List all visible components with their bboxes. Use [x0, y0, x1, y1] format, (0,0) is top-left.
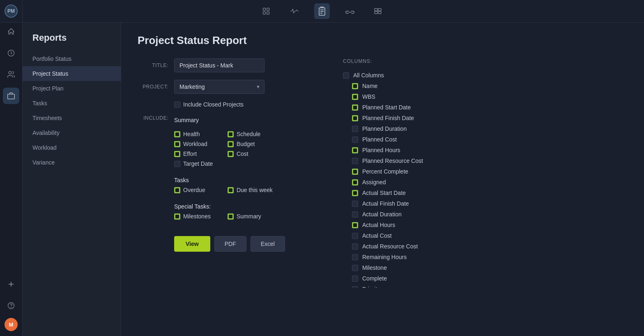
sidebar-item-variance[interactable]: Variance [23, 155, 121, 170]
cb-schedule-box[interactable] [228, 131, 234, 137]
col-planned-cost-box[interactable] [352, 137, 358, 143]
title-input[interactable] [174, 58, 264, 72]
col-complete[interactable]: Complete [343, 273, 481, 284]
col-all-columns-label: All Columns [353, 72, 384, 79]
sidebar-icon-history[interactable] [3, 45, 19, 61]
sidebar-icon-portfolio[interactable] [3, 88, 19, 104]
col-planned-hours[interactable]: Planned Hours [343, 145, 481, 155]
col-wbs-box[interactable] [352, 94, 358, 100]
col-actual-cost-box[interactable] [352, 233, 358, 239]
cb-summary-box[interactable] [228, 213, 234, 220]
columns-scroll[interactable]: All Columns Name WBS Planned Start Date [343, 70, 483, 288]
search-toolbar-button[interactable] [258, 3, 274, 19]
col-wbs[interactable]: WBS [343, 91, 481, 102]
cb-health-box[interactable] [174, 131, 180, 137]
project-label: PROJECT: [138, 84, 168, 90]
sidebar-item-availability[interactable]: Availability [23, 125, 121, 140]
cb-effort-box[interactable] [174, 151, 180, 157]
col-all-columns-box[interactable] [343, 72, 349, 79]
sidebar-item-project-status[interactable]: Project Status [23, 66, 121, 81]
cb-milestones-box[interactable] [174, 213, 180, 220]
sidebar-icon-add[interactable] [3, 276, 19, 292]
col-planned-start-date[interactable]: Planned Start Date [343, 102, 481, 113]
col-actual-duration-box[interactable] [352, 211, 358, 218]
link-toolbar-button[interactable] [342, 3, 358, 19]
col-actual-duration[interactable]: Actual Duration [343, 209, 481, 220]
col-planned-finish-date-box[interactable] [352, 115, 358, 121]
col-all-columns[interactable]: All Columns [343, 70, 481, 81]
cb-health[interactable]: Health [174, 131, 219, 137]
col-name-box[interactable] [352, 83, 358, 89]
col-actual-hours-box[interactable] [352, 222, 358, 228]
svg-rect-9 [375, 9, 377, 11]
col-remaining-hours-box[interactable] [352, 254, 358, 260]
include-closed-checkbox-item[interactable]: Include Closed Projects [174, 101, 244, 108]
cb-overdue-box[interactable] [174, 187, 180, 193]
cb-target-date-box[interactable] [174, 161, 180, 167]
cb-schedule[interactable]: Schedule [228, 131, 273, 137]
pdf-button[interactable]: PDF [214, 236, 246, 252]
col-actual-resource-cost[interactable]: Actual Resource Cost [343, 241, 481, 252]
cb-milestones[interactable]: Milestones [174, 213, 219, 220]
col-actual-start-date-box[interactable] [352, 190, 358, 196]
col-planned-hours-box[interactable] [352, 147, 358, 153]
user-avatar[interactable]: M [5, 318, 18, 331]
sidebar-item-timesheets[interactable]: Timesheets [23, 111, 121, 125]
col-assigned-box[interactable] [352, 179, 358, 185]
layout-toolbar-button[interactable] [370, 3, 386, 19]
col-milestone[interactable]: Milestone [343, 262, 481, 273]
cb-workload-box[interactable] [174, 141, 180, 147]
col-actual-start-date-label: Actual Start Date [362, 190, 406, 196]
sidebar-title: Reports [23, 23, 121, 51]
sidebar-item-portfolio-status[interactable]: Portfolio Status [23, 51, 121, 66]
col-planned-finish-date[interactable]: Planned Finish Date [343, 113, 481, 123]
col-priority[interactable]: Priority [343, 284, 481, 288]
col-planned-hours-label: Planned Hours [362, 147, 400, 153]
col-planned-duration[interactable]: Planned Duration [343, 123, 481, 134]
cb-due-this-week[interactable]: Due this week [228, 187, 273, 193]
cb-budget[interactable]: Budget [228, 141, 273, 147]
col-actual-start-date[interactable]: Actual Start Date [343, 188, 481, 198]
cb-overdue[interactable]: Overdue [174, 187, 219, 193]
col-actual-finish-date[interactable]: Actual Finish Date [343, 198, 481, 209]
col-remaining-hours[interactable]: Remaining Hours [343, 252, 481, 262]
col-planned-cost[interactable]: Planned Cost [343, 134, 481, 145]
project-select[interactable]: Marketing Development Design Sales [174, 80, 264, 94]
col-actual-hours[interactable]: Actual Hours [343, 220, 481, 230]
col-complete-box[interactable] [352, 276, 358, 282]
view-button[interactable]: View [174, 236, 210, 252]
col-planned-duration-box[interactable] [352, 126, 358, 132]
sidebar-item-tasks[interactable]: Tasks [23, 96, 121, 111]
include-closed-checkbox[interactable] [174, 102, 180, 108]
col-priority-box[interactable] [352, 286, 358, 288]
col-milestone-box[interactable] [352, 265, 358, 271]
pulse-toolbar-button[interactable] [286, 3, 302, 19]
sidebar-item-workload[interactable]: Workload [23, 140, 121, 155]
sidebar-icon-people[interactable] [3, 66, 19, 83]
col-planned-resource-cost-box[interactable] [352, 158, 358, 164]
col-actual-resource-cost-box[interactable] [352, 243, 358, 250]
col-percent-complete[interactable]: Percent Complete [343, 166, 481, 177]
cb-cost-box[interactable] [228, 151, 234, 157]
col-assigned[interactable]: Assigned [343, 177, 481, 188]
cb-summary[interactable]: Summary [228, 213, 273, 220]
cb-effort[interactable]: Effort [174, 151, 219, 157]
sidebar-icon-help[interactable] [3, 297, 19, 314]
col-planned-start-date-box[interactable] [352, 104, 358, 111]
svg-rect-1 [267, 8, 269, 11]
col-actual-finish-date-box[interactable] [352, 201, 358, 207]
sidebar-icon-home[interactable] [3, 23, 19, 40]
cb-workload[interactable]: Workload [174, 141, 219, 147]
clipboard-toolbar-button[interactable] [314, 3, 330, 19]
cb-workload-label: Workload [183, 141, 207, 147]
cb-cost[interactable]: Cost [228, 151, 273, 157]
col-planned-resource-cost[interactable]: Planned Resource Cost [343, 155, 481, 166]
col-actual-cost[interactable]: Actual Cost [343, 230, 481, 241]
excel-button[interactable]: Excel [251, 236, 285, 252]
sidebar-item-project-plan[interactable]: Project Plan [23, 81, 121, 96]
cb-target-date[interactable]: Target Date [174, 160, 219, 167]
cb-budget-box[interactable] [228, 141, 234, 147]
cb-due-this-week-box[interactable] [228, 187, 234, 193]
col-name[interactable]: Name [343, 81, 481, 91]
col-percent-complete-box[interactable] [352, 169, 358, 175]
